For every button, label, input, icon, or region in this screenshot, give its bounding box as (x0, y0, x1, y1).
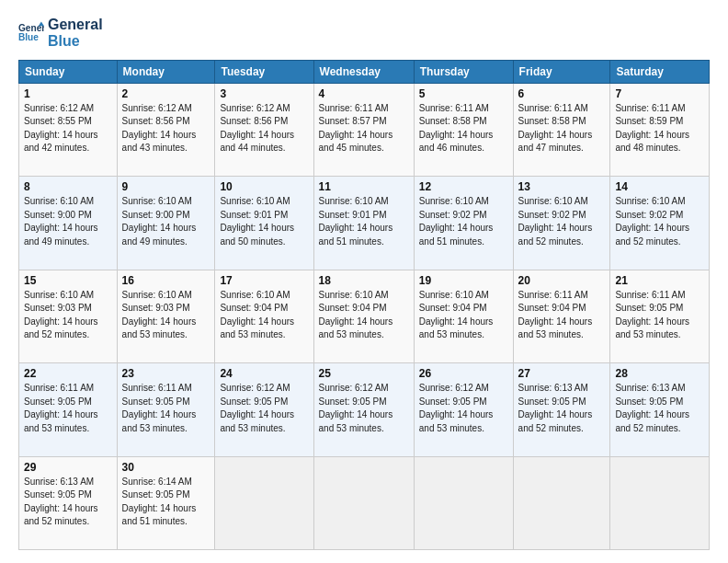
header-day: Thursday (414, 60, 513, 83)
calendar-week: 22Sunrise: 6:11 AMSunset: 9:05 PMDayligh… (19, 363, 710, 456)
calendar-cell: 17Sunrise: 6:10 AMSunset: 9:04 PMDayligh… (215, 270, 313, 362)
day-info: Sunrise: 6:12 AMSunset: 8:56 PMDaylight:… (220, 102, 308, 155)
day-number: 15 (24, 274, 112, 287)
day-info: Sunrise: 6:10 AMSunset: 9:01 PMDaylight:… (220, 195, 308, 248)
day-info: Sunrise: 6:10 AMSunset: 9:03 PMDaylight:… (24, 289, 112, 342)
day-number: 24 (220, 367, 308, 380)
day-number: 5 (419, 87, 508, 100)
calendar-cell: 30Sunrise: 6:14 AMSunset: 9:05 PMDayligh… (117, 456, 215, 549)
day-info: Sunrise: 6:10 AMSunset: 9:00 PMDaylight:… (24, 195, 112, 248)
header-row: SundayMondayTuesdayWednesdayThursdayFrid… (19, 60, 710, 83)
calendar-cell: 26Sunrise: 6:12 AMSunset: 9:05 PMDayligh… (414, 363, 513, 456)
calendar-cell: 2Sunrise: 6:12 AMSunset: 8:56 PMDaylight… (117, 83, 215, 176)
day-info: Sunrise: 6:12 AMSunset: 8:56 PMDaylight:… (122, 102, 210, 155)
top-bar: General Blue General Blue (18, 17, 710, 51)
calendar-cell: 15Sunrise: 6:10 AMSunset: 9:03 PMDayligh… (19, 270, 118, 362)
day-info: Sunrise: 6:11 AMSunset: 9:05 PMDaylight:… (615, 289, 704, 342)
header-day: Sunday (19, 60, 118, 83)
day-info: Sunrise: 6:14 AMSunset: 9:05 PMDaylight:… (122, 476, 210, 529)
day-number: 7 (615, 87, 704, 100)
day-info: Sunrise: 6:13 AMSunset: 9:05 PMDaylight:… (615, 382, 704, 435)
day-info: Sunrise: 6:11 AMSunset: 9:05 PMDaylight:… (24, 382, 112, 435)
day-number: 21 (615, 274, 704, 287)
day-info: Sunrise: 6:10 AMSunset: 9:04 PMDaylight:… (419, 289, 508, 342)
day-number: 18 (319, 274, 409, 287)
day-number: 13 (518, 180, 606, 193)
day-info: Sunrise: 6:10 AMSunset: 9:02 PMDaylight:… (615, 195, 704, 248)
day-number: 29 (24, 461, 112, 474)
day-number: 22 (24, 367, 112, 380)
calendar-cell: 23Sunrise: 6:11 AMSunset: 9:05 PMDayligh… (117, 363, 215, 456)
header-day: Tuesday (215, 60, 313, 83)
calendar-cell: 10Sunrise: 6:10 AMSunset: 9:01 PMDayligh… (215, 177, 313, 270)
calendar-cell: 24Sunrise: 6:12 AMSunset: 9:05 PMDayligh… (215, 363, 313, 456)
day-info: Sunrise: 6:12 AMSunset: 8:55 PMDaylight:… (24, 102, 112, 155)
calendar-cell: 14Sunrise: 6:10 AMSunset: 9:02 PMDayligh… (610, 177, 710, 270)
day-number: 9 (122, 180, 210, 193)
day-info: Sunrise: 6:12 AMSunset: 9:05 PMDaylight:… (419, 382, 508, 435)
day-number: 28 (615, 367, 704, 380)
day-info: Sunrise: 6:11 AMSunset: 9:04 PMDaylight:… (518, 289, 606, 342)
calendar-cell: 29Sunrise: 6:13 AMSunset: 9:05 PMDayligh… (19, 456, 118, 549)
day-number: 6 (518, 87, 606, 100)
day-info: Sunrise: 6:11 AMSunset: 8:58 PMDaylight:… (419, 102, 508, 155)
calendar-cell: 28Sunrise: 6:13 AMSunset: 9:05 PMDayligh… (610, 363, 710, 456)
calendar-week: 1Sunrise: 6:12 AMSunset: 8:55 PMDaylight… (19, 83, 710, 176)
calendar-cell (610, 456, 710, 549)
calendar-cell: 3Sunrise: 6:12 AMSunset: 8:56 PMDaylight… (215, 83, 313, 176)
day-number: 20 (518, 274, 606, 287)
day-info: Sunrise: 6:10 AMSunset: 9:02 PMDaylight:… (518, 195, 606, 248)
day-number: 25 (319, 367, 409, 380)
calendar-cell: 1Sunrise: 6:12 AMSunset: 8:55 PMDaylight… (19, 83, 118, 176)
calendar-cell: 19Sunrise: 6:10 AMSunset: 9:04 PMDayligh… (414, 270, 513, 362)
calendar-cell: 21Sunrise: 6:11 AMSunset: 9:05 PMDayligh… (610, 270, 710, 362)
calendar-cell: 5Sunrise: 6:11 AMSunset: 8:58 PMDaylight… (414, 83, 513, 176)
logo: General Blue General Blue (18, 17, 103, 51)
calendar-cell: 20Sunrise: 6:11 AMSunset: 9:04 PMDayligh… (513, 270, 610, 362)
day-number: 8 (24, 180, 112, 193)
header-day: Friday (513, 60, 610, 83)
calendar-cell: 16Sunrise: 6:10 AMSunset: 9:03 PMDayligh… (117, 270, 215, 362)
day-number: 10 (220, 180, 308, 193)
day-info: Sunrise: 6:12 AMSunset: 9:05 PMDaylight:… (220, 382, 308, 435)
day-info: Sunrise: 6:10 AMSunset: 9:03 PMDaylight:… (122, 289, 210, 342)
day-info: Sunrise: 6:12 AMSunset: 9:05 PMDaylight:… (319, 382, 409, 435)
day-number: 12 (419, 180, 508, 193)
day-info: Sunrise: 6:13 AMSunset: 9:05 PMDaylight:… (24, 476, 112, 529)
day-info: Sunrise: 6:10 AMSunset: 9:00 PMDaylight:… (122, 195, 210, 248)
day-info: Sunrise: 6:10 AMSunset: 9:04 PMDaylight:… (319, 289, 409, 342)
day-number: 16 (122, 274, 210, 287)
calendar-cell (414, 456, 513, 549)
calendar-table: SundayMondayTuesdayWednesdayThursdayFrid… (18, 60, 710, 550)
calendar-cell: 12Sunrise: 6:10 AMSunset: 9:02 PMDayligh… (414, 177, 513, 270)
calendar-week: 8Sunrise: 6:10 AMSunset: 9:00 PMDaylight… (19, 177, 710, 270)
calendar-cell (513, 456, 610, 549)
calendar-week: 29Sunrise: 6:13 AMSunset: 9:05 PMDayligh… (19, 456, 710, 549)
calendar-cell: 7Sunrise: 6:11 AMSunset: 8:59 PMDaylight… (610, 83, 710, 176)
day-number: 1 (24, 87, 112, 100)
day-number: 17 (220, 274, 308, 287)
day-info: Sunrise: 6:10 AMSunset: 9:01 PMDaylight:… (319, 195, 409, 248)
calendar-cell: 6Sunrise: 6:11 AMSunset: 8:58 PMDaylight… (513, 83, 610, 176)
day-number: 30 (122, 461, 210, 474)
calendar-cell: 11Sunrise: 6:10 AMSunset: 9:01 PMDayligh… (313, 177, 414, 270)
logo-icon: General Blue (18, 20, 44, 46)
day-number: 27 (518, 367, 606, 380)
calendar-cell: 8Sunrise: 6:10 AMSunset: 9:00 PMDaylight… (19, 177, 118, 270)
calendar-cell (215, 456, 313, 549)
day-info: Sunrise: 6:11 AMSunset: 8:58 PMDaylight:… (518, 102, 606, 155)
day-number: 19 (419, 274, 508, 287)
day-info: Sunrise: 6:11 AMSunset: 9:05 PMDaylight:… (122, 382, 210, 435)
header-day: Monday (117, 60, 215, 83)
calendar-cell: 13Sunrise: 6:10 AMSunset: 9:02 PMDayligh… (513, 177, 610, 270)
day-number: 4 (319, 87, 409, 100)
svg-text:Blue: Blue (18, 32, 39, 42)
day-info: Sunrise: 6:11 AMSunset: 8:57 PMDaylight:… (319, 102, 409, 155)
calendar-cell: 9Sunrise: 6:10 AMSunset: 9:00 PMDaylight… (117, 177, 215, 270)
day-number: 14 (615, 180, 704, 193)
calendar-cell: 22Sunrise: 6:11 AMSunset: 9:05 PMDayligh… (19, 363, 118, 456)
calendar-cell: 27Sunrise: 6:13 AMSunset: 9:05 PMDayligh… (513, 363, 610, 456)
day-info: Sunrise: 6:11 AMSunset: 8:59 PMDaylight:… (615, 102, 704, 155)
calendar-cell: 25Sunrise: 6:12 AMSunset: 9:05 PMDayligh… (313, 363, 414, 456)
calendar-week: 15Sunrise: 6:10 AMSunset: 9:03 PMDayligh… (19, 270, 710, 362)
